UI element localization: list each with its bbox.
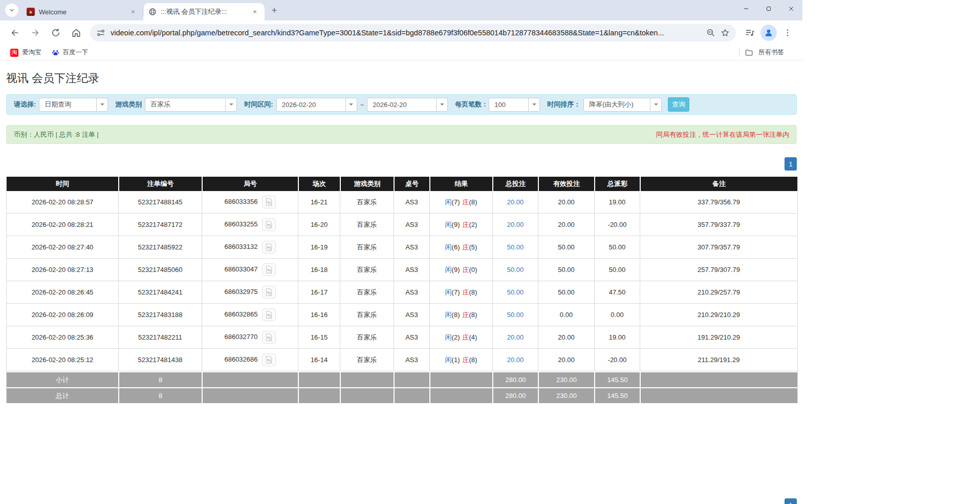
chevron-down-icon <box>225 98 236 111</box>
payout: 19.00 <box>594 191 640 214</box>
table-row: 2026-02-20 08:26:09 523217483188 6860328… <box>7 304 797 326</box>
valid-bet: 50.00 <box>538 281 594 304</box>
bookmark-label: 爱淘宝 <box>22 48 41 57</box>
video-replay-button[interactable] <box>262 263 276 276</box>
bookmark-star-icon[interactable] <box>721 28 730 37</box>
back-button[interactable] <box>5 23 25 43</box>
tab-close-icon[interactable] <box>250 7 259 16</box>
video-replay-button[interactable] <box>262 218 276 231</box>
result-cell: 闲(1)庄(8) <box>429 349 492 371</box>
chevron-down-icon <box>345 98 357 111</box>
bet-time: 2026-02-20 08:28:21 <box>7 214 118 236</box>
reload-button[interactable] <box>46 23 66 43</box>
casino-favicon-icon: ♠ <box>27 8 35 16</box>
tab-betrecord[interactable]: :::视讯 会员下注纪录::: <box>143 3 265 20</box>
tab-title: Welcome <box>39 8 124 16</box>
valid-bet: 20.00 <box>538 349 594 371</box>
round-cell: 686032865 <box>202 304 298 326</box>
col-valid-bet: 有效投注 <box>538 177 594 191</box>
total-label: 总计 <box>7 387 118 403</box>
select-mode-label: 请选择: <box>14 100 36 109</box>
page-number-button[interactable]: 1 <box>785 157 797 171</box>
site-settings-icon[interactable] <box>96 28 105 37</box>
game-type: 百家乐 <box>340 236 394 259</box>
chevron-down-icon <box>528 98 539 111</box>
total-bet-cell: 20.00 <box>492 349 538 371</box>
date-from-select[interactable]: 2026-02-20 <box>276 98 357 112</box>
bet-id: 523217485060 <box>118 259 202 281</box>
session: 16-15 <box>298 326 340 349</box>
profile-avatar[interactable] <box>760 25 777 41</box>
tab-close-icon[interactable] <box>128 7 138 16</box>
video-replay-button[interactable] <box>262 286 276 299</box>
browser-window: ♠ Welcome :::视讯 会员下注纪录::: <box>0 0 802 60</box>
valid-bet: 20.00 <box>538 191 594 214</box>
video-replay-button[interactable] <box>262 308 276 321</box>
round-number: 686032770 <box>224 333 257 341</box>
bet-id: 523217483188 <box>118 304 202 326</box>
close-window-button[interactable] <box>780 0 802 17</box>
total-bet-link[interactable]: 20.00 <box>507 221 524 228</box>
total-bet-link[interactable]: 20.00 <box>507 198 524 206</box>
total-bet-cell: 20.00 <box>492 214 538 236</box>
valid-bet-notice-text: 同局有效投注，统一计算在该局第一张注单内 <box>656 130 789 139</box>
time-sort-select[interactable]: 降幂(由大到小) <box>583 98 662 112</box>
all-bookmarks[interactable]: 所有书签 <box>739 48 784 57</box>
round-number: 686032686 <box>224 355 257 363</box>
baidu-paw-icon <box>52 49 59 56</box>
home-button[interactable] <box>67 23 86 43</box>
query-mode-select[interactable]: 日期查询 <box>39 98 108 112</box>
round-cell: 686033132 <box>202 236 298 259</box>
menu-kebab-icon[interactable] <box>778 23 797 43</box>
maximize-button[interactable] <box>757 0 780 17</box>
note: 211.29/191.29 <box>640 349 797 371</box>
table-header: 时间 注单编号 局号 场次 游戏类别 桌号 结果 总投注 有效投注 总派彩 备注 <box>7 177 797 191</box>
game-type: 百家乐 <box>340 191 394 214</box>
total-bet-link[interactable]: 50.00 <box>507 243 524 251</box>
payout: 50.00 <box>594 259 640 281</box>
tab-search-button[interactable] <box>5 4 18 17</box>
folder-icon <box>745 48 753 57</box>
forward-button[interactable] <box>26 23 45 43</box>
new-tab-button[interactable] <box>268 4 281 17</box>
video-replay-button[interactable] <box>262 241 276 254</box>
video-replay-button[interactable] <box>262 353 276 366</box>
round-cell: 686033356 <box>202 191 298 214</box>
video-replay-button[interactable] <box>262 331 276 344</box>
page-number-button-bottom[interactable]: 1 <box>785 498 797 504</box>
col-table: 桌号 <box>394 177 429 191</box>
total-bet-link[interactable]: 50.00 <box>507 266 524 274</box>
session: 16-17 <box>298 281 340 304</box>
zoom-out-icon[interactable] <box>706 28 715 37</box>
table-no: AS3 <box>394 281 429 304</box>
game-type-select[interactable]: 百家乐 <box>145 98 237 112</box>
page-size-select[interactable]: 100 <box>489 98 540 112</box>
total-bet-link[interactable]: 20.00 <box>507 333 524 341</box>
result-cell: 闲(6)庄(5) <box>429 236 492 259</box>
round-cell: 686033255 <box>202 214 298 236</box>
game-type: 百家乐 <box>340 349 394 371</box>
video-replay-button[interactable] <box>262 196 276 208</box>
result-cell: 闲(9)庄(2) <box>429 214 492 236</box>
total-bet-link[interactable]: 50.00 <box>507 311 524 319</box>
total-bet-link[interactable]: 20.00 <box>507 356 524 364</box>
tab-welcome[interactable]: ♠ Welcome <box>21 3 143 20</box>
address-bar[interactable]: videoie.com/ipl/portal.php/game/betrecor… <box>90 24 736 41</box>
valid-bet: 20.00 <box>538 326 594 349</box>
date-to-select[interactable]: 2026-02-20 <box>367 98 448 112</box>
query-button[interactable]: 查询 <box>668 97 689 112</box>
page-title: 视讯 会员下注纪录 <box>6 71 980 86</box>
subtotal-bet: 280.00 <box>492 371 538 387</box>
media-controls-icon[interactable] <box>740 23 759 43</box>
bookmark-aitaobao[interactable]: 淘 爱淘宝 <box>5 47 47 59</box>
date-range-tilde: ~ <box>360 101 364 109</box>
minimize-button[interactable] <box>735 0 757 17</box>
total-bet-link[interactable]: 50.00 <box>507 288 524 296</box>
valid-bet: 20.00 <box>538 214 594 236</box>
session: 16-20 <box>298 214 340 236</box>
chevron-down-icon <box>436 98 447 111</box>
result-cell: 闲(9)庄(0) <box>429 259 492 281</box>
window-controls <box>735 0 802 17</box>
bookmark-baidu[interactable]: 百度一下 <box>47 47 94 59</box>
subtotal-row: 小计 8 280.00 230.00 145.50 <box>7 371 797 387</box>
